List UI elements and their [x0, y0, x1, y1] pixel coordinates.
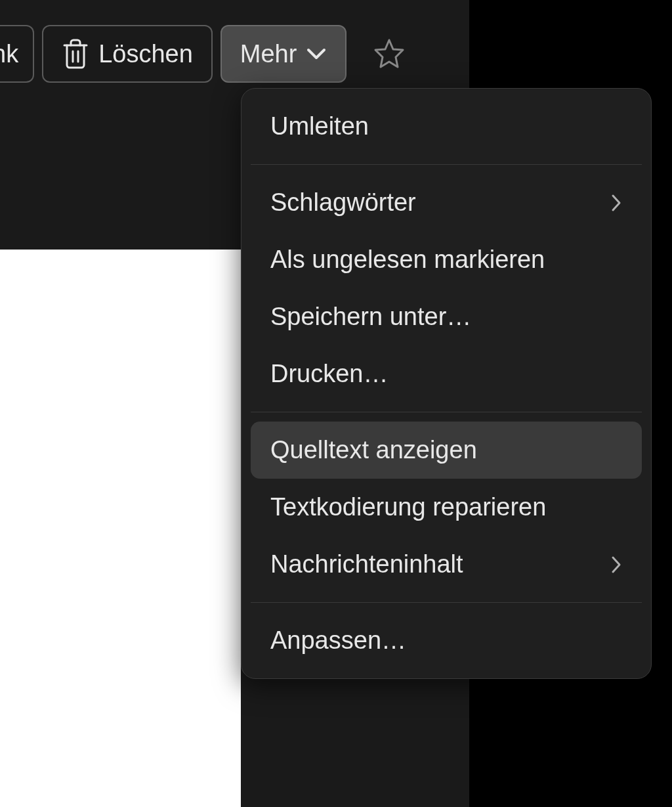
menu-item-customize[interactable]: Anpassen… — [251, 612, 642, 669]
chevron-right-icon — [610, 193, 622, 213]
menu-item-save-as[interactable]: Speichern unter… — [251, 288, 642, 345]
star-icon — [373, 37, 406, 70]
menu-item-label: Anpassen… — [270, 626, 406, 655]
menu-separator — [251, 164, 642, 165]
partial-button[interactable]: nk — [0, 25, 34, 83]
delete-button[interactable]: Löschen — [42, 25, 213, 83]
chevron-right-icon — [610, 555, 622, 575]
menu-item-redirect[interactable]: Umleiten — [251, 98, 642, 155]
menu-item-message-content[interactable]: Nachrichteninhalt — [251, 536, 642, 593]
menu-item-repair-encoding[interactable]: Textkodierung reparieren — [251, 479, 642, 536]
chevron-down-icon — [306, 47, 327, 60]
delete-button-label: Löschen — [98, 40, 193, 68]
menu-separator — [251, 412, 642, 412]
more-button[interactable]: Mehr — [220, 25, 347, 83]
menu-item-label: Umleiten — [270, 112, 369, 141]
menu-item-label: Als ungelesen markieren — [270, 246, 545, 274]
menu-item-print[interactable]: Drucken… — [251, 345, 642, 403]
menu-item-mark-unread[interactable]: Als ungelesen markieren — [251, 231, 642, 288]
menu-item-label: Quelltext anzeigen — [270, 436, 477, 464]
svg-marker-2 — [375, 40, 403, 67]
menu-item-label: Textkodierung reparieren — [270, 493, 546, 521]
partial-button-label: nk — [0, 40, 18, 68]
menu-item-label: Nachrichteninhalt — [270, 550, 463, 578]
more-dropdown-menu: Umleiten Schlagwörter Als ungelesen mark… — [241, 88, 652, 679]
menu-item-tags[interactable]: Schlagwörter — [251, 174, 642, 231]
more-button-label: Mehr — [240, 40, 297, 68]
star-button[interactable] — [366, 25, 412, 83]
menu-separator — [251, 602, 642, 603]
trash-icon — [62, 39, 89, 69]
menu-item-label: Speichern unter… — [270, 303, 471, 331]
menu-item-label: Drucken… — [270, 360, 388, 388]
menu-item-label: Schlagwörter — [270, 188, 416, 217]
menu-item-view-source[interactable]: Quelltext anzeigen — [251, 422, 642, 479]
content-area — [0, 250, 241, 807]
